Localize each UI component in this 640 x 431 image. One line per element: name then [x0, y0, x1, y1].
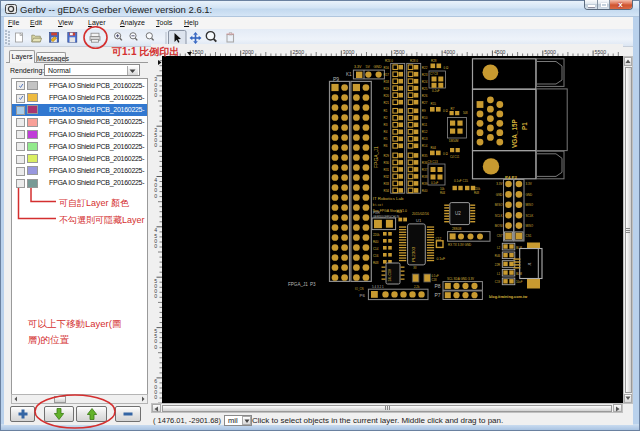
svg-text:R20: R20 — [384, 94, 390, 98]
svg-text:R6: R6 — [384, 144, 388, 148]
svg-text:10k: 10k — [440, 187, 445, 191]
svg-text:2000: 2000 — [242, 49, 254, 55]
svg-text:R9: R9 — [422, 109, 426, 113]
svg-text:R23: R23 — [422, 73, 428, 77]
svg-text:3500: 3500 — [393, 49, 405, 55]
svg-text:R14: R14 — [422, 144, 428, 148]
svg-text:R7: R7 — [451, 107, 455, 111]
svg-text:R2: R2 — [384, 116, 388, 120]
svg-text:R18: R18 — [384, 80, 390, 84]
svg-text:R39: R39 — [422, 182, 428, 186]
svg-text:R28: R28 — [431, 59, 437, 63]
svg-text:R13: R13 — [422, 137, 428, 141]
svg-text:0.1uF: 0.1uF — [431, 181, 438, 185]
svg-text:FPGA_J1: FPGA_J1 — [373, 146, 379, 168]
svg-text:0.1uF: 0.1uF — [436, 257, 445, 261]
svg-text:K1: K1 — [346, 72, 352, 77]
svg-text:5 4 3 2 1: 5 4 3 2 1 — [372, 285, 384, 289]
svg-text:R24 0: R24 0 — [385, 59, 393, 63]
svg-text:0: 0 — [154, 344, 157, 350]
svg-text:3000: 3000 — [343, 49, 355, 55]
svg-text:220k: 220k — [373, 233, 380, 237]
svg-text:SCL SDA GND 3.3V: SCL SDA GND 3.3V — [447, 277, 474, 281]
svg-text:R24: R24 — [422, 80, 428, 84]
svg-text:IT Robotics Lab: IT Robotics Lab — [373, 196, 404, 201]
svg-text:R15: R15 — [431, 102, 437, 106]
svg-text:0: 0 — [154, 92, 157, 98]
svg-text:R36: R36 — [422, 161, 428, 165]
svg-text:0: 0 — [154, 394, 157, 400]
svg-text:3.3V: 3.3V — [496, 182, 502, 186]
svg-text:0: 0 — [154, 142, 157, 148]
svg-text:MISO: MISO — [526, 203, 534, 207]
svg-text:R3: R3 — [384, 123, 388, 127]
svg-text:R33: R33 — [384, 182, 390, 186]
svg-text:3.3V: 3.3V — [354, 65, 362, 69]
svg-text:P1: P1 — [521, 122, 528, 130]
svg-text:FPGA_J1: FPGA_J1 — [288, 282, 308, 287]
svg-text:P3: P3 — [310, 282, 316, 287]
svg-text:GND: GND — [526, 193, 534, 197]
svg-text:R40: R40 — [373, 240, 379, 244]
svg-text:R40: R40 — [422, 189, 428, 193]
svg-text:CS1: CS1 — [526, 234, 532, 238]
svg-text:R4: R4 — [384, 130, 388, 134]
svg-text:0.2uF: 0.2uF — [432, 89, 440, 93]
svg-text:blog.itraining.com.tw: blog.itraining.com.tw — [489, 295, 527, 299]
svg-text:R30: R30 — [384, 161, 390, 165]
svg-text:R48: R48 — [474, 191, 480, 195]
svg-text:GER8000FPGCHLIN: GER8000FPGCHLIN — [373, 215, 399, 219]
svg-text:DB50M: DB50M — [449, 139, 459, 143]
svg-text:2500: 2500 — [293, 49, 305, 55]
svg-text:PWR: PWR — [373, 211, 381, 215]
svg-text:28S08: 28S08 — [452, 227, 461, 231]
svg-text:L1: L1 — [497, 272, 501, 276]
svg-text:PL2303: PL2303 — [411, 246, 416, 262]
svg-text:MISO: MISO — [526, 224, 534, 228]
svg-text:J1: J1 — [528, 262, 532, 266]
svg-text:R12: R12 — [422, 130, 428, 134]
svg-text:C14: C14 — [373, 247, 379, 251]
svg-text:C19: C19 — [495, 280, 501, 284]
svg-text:R31: R31 — [384, 168, 390, 172]
svg-text:4500: 4500 — [494, 49, 506, 55]
svg-text:2.2k: 2.2k — [414, 285, 420, 289]
svg-text:CS7: CS7 — [497, 234, 503, 238]
svg-text:10uF: 10uF — [516, 280, 523, 284]
svg-text:R22: R22 — [422, 66, 428, 70]
svg-text:R25: R25 — [422, 87, 428, 91]
svg-text:MISO: MISO — [495, 203, 503, 207]
svg-text:U1: U1 — [416, 218, 422, 223]
svg-text:508: 508 — [463, 111, 468, 115]
svg-text:b t. co t: b t. co t — [373, 203, 383, 207]
svg-text:1500: 1500 — [192, 49, 204, 55]
svg-text:5500: 5500 — [595, 49, 607, 55]
svg-text:C7 C8: C7 C8 — [430, 72, 438, 76]
svg-text:R38: R38 — [422, 175, 428, 179]
svg-text:C9 C13: C9 C13 — [428, 160, 439, 164]
svg-text:0 Ω: 0 Ω — [444, 66, 450, 70]
svg-text:R29: R29 — [384, 154, 390, 158]
svg-text:R19: R19 — [384, 87, 390, 91]
svg-text:R1: R1 — [384, 109, 388, 113]
svg-text:R16: R16 — [384, 66, 390, 70]
svg-text:GND: GND — [374, 65, 382, 69]
svg-text:R21: R21 — [384, 101, 390, 105]
svg-text:U2: U2 — [455, 211, 461, 216]
svg-text:P8: P8 — [435, 283, 441, 289]
svg-text:R49: R49 — [397, 210, 403, 214]
svg-text:P7: P7 — [435, 292, 441, 298]
svg-text:R48: R48 — [373, 261, 379, 265]
svg-text:R28 0: R28 0 — [410, 59, 418, 63]
svg-text:2015/02/16: 2015/02/16 — [412, 212, 429, 216]
svg-text:22R: 22R — [495, 263, 500, 267]
svg-text:R27: R27 — [422, 101, 428, 105]
svg-text:0.1uF C15: 0.1uF C15 — [454, 179, 468, 183]
svg-text:R5: R5 — [384, 137, 388, 141]
svg-text:R35: R35 — [422, 154, 428, 158]
svg-text:C16: C16 — [373, 254, 379, 258]
svg-text:R10: R10 — [422, 116, 428, 120]
svg-text:0: 0 — [154, 243, 157, 249]
svg-text:R46: R46 — [495, 254, 501, 258]
svg-text:5000: 5000 — [544, 49, 556, 55]
